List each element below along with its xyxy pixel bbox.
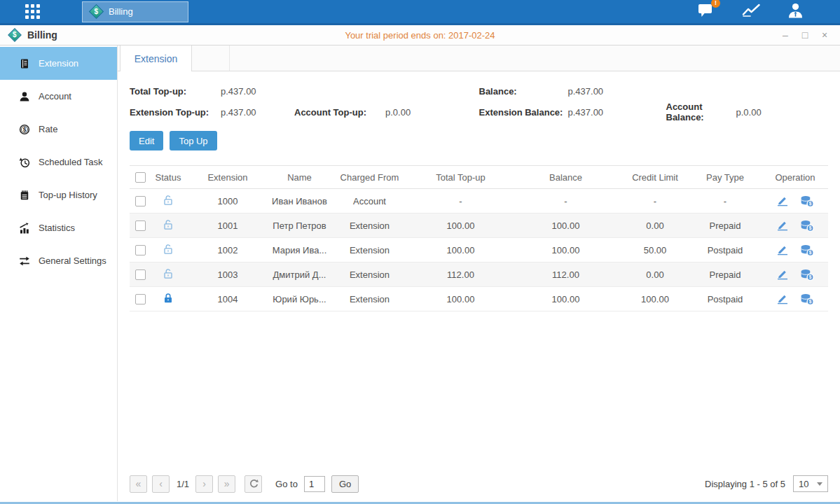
refresh-icon [249, 479, 259, 489]
edit-pencil-icon[interactable] [776, 294, 789, 304]
charged-from-cell: Extension [329, 287, 410, 312]
sidebar: Extension Account $ Rate Scheduled Task [0, 46, 118, 501]
notification-badge: ! [711, 0, 720, 8]
tab-extension[interactable]: Extension [120, 46, 192, 71]
account-balance-label: Account Balance: [666, 102, 736, 122]
close-icon[interactable]: × [819, 29, 830, 41]
pay-type-cell: - [690, 189, 760, 214]
window-titlebar: $ Billing Your trial period ends on: 201… [0, 25, 840, 46]
topup-coins-icon[interactable]: $ [800, 293, 814, 305]
edit-pencil-icon[interactable] [776, 245, 789, 255]
sidebar-item-extension[interactable]: Extension [0, 47, 117, 80]
status-cell [151, 189, 186, 214]
sidebar-item-rate[interactable]: $ Rate [0, 113, 117, 146]
extension-topup-value: p.437.00 [221, 107, 294, 118]
row-checkbox[interactable] [135, 294, 146, 304]
topup-coins-icon[interactable]: $ [800, 244, 814, 256]
table-row: 1002 Мария Ива... Extension 100.00 100.0… [130, 238, 828, 262]
sidebar-item-topup-history[interactable]: Top-up History [0, 178, 117, 211]
svg-text:$: $ [809, 299, 812, 304]
sidebar-item-label: Account [39, 91, 71, 102]
notifications-button[interactable]: ! [698, 3, 715, 20]
total-topup-cell: - [410, 189, 511, 214]
sidebar-item-statistics[interactable]: Statistics [0, 211, 117, 244]
sidebar-item-general-settings[interactable]: General Settings [0, 244, 117, 277]
topup-coins-icon[interactable]: $ [800, 269, 814, 281]
sidebar-item-label: Statistics [39, 223, 75, 233]
minimize-icon[interactable]: – [780, 29, 791, 41]
topup-button[interactable]: Top Up [170, 131, 216, 150]
lock-open-icon [163, 195, 174, 206]
extension-balance-value: p.437.00 [568, 107, 666, 118]
edit-pencil-icon[interactable] [776, 270, 789, 280]
col-balance: Balance [511, 166, 620, 189]
sidebar-item-account[interactable]: Account [0, 80, 117, 113]
goto-page-input[interactable] [304, 476, 325, 492]
lock-open-icon [163, 268, 174, 279]
lock-open-icon [163, 219, 174, 230]
extension-cell: 1004 [186, 287, 270, 312]
svg-text:$: $ [23, 126, 27, 133]
sidebar-item-label: Top-up History [39, 190, 97, 200]
window-billing-icon: $ [8, 28, 22, 42]
col-total-topup: Total Top-up [410, 166, 511, 189]
extensions-table: Status Extension Name Charged From Total… [130, 165, 828, 468]
credit-limit-cell: 100.00 [620, 287, 690, 312]
row-checkbox[interactable] [135, 220, 146, 231]
last-page-button[interactable]: » [218, 475, 235, 493]
name-cell: Дмитрий Д... [270, 262, 329, 287]
sidebar-item-scheduled-task[interactable]: Scheduled Task [0, 146, 117, 178]
taskbar-item-label: Billing [109, 6, 133, 17]
table-header-row: Status Extension Name Charged From Total… [130, 166, 828, 189]
extension-cell: 1000 [186, 189, 270, 214]
table-row: 1003 Дмитрий Д... Extension 112.00 112.0… [130, 262, 828, 287]
statistics-bars-icon [19, 223, 30, 234]
topup-coins-icon[interactable]: $ [800, 220, 814, 232]
pay-type-cell: Postpaid [690, 238, 760, 262]
topup-coins-icon[interactable]: $ [800, 195, 814, 207]
next-page-button[interactable]: › [195, 475, 213, 493]
lock-open-icon [163, 244, 174, 255]
status-cell [151, 238, 186, 262]
status-cell [151, 287, 186, 312]
edit-button[interactable]: Edit [130, 131, 163, 150]
balance-cell: 112.00 [511, 262, 620, 287]
prev-page-button[interactable]: ‹ [152, 475, 170, 493]
balance-cell: 100.00 [511, 287, 620, 312]
extension-cell: 1001 [186, 214, 270, 238]
page-size-select[interactable]: 10 [793, 475, 828, 492]
first-page-button[interactable]: « [130, 475, 147, 493]
person-icon [787, 3, 804, 18]
user-account-button[interactable] [787, 3, 804, 21]
row-checkbox[interactable] [135, 196, 146, 206]
goto-label: Go to [275, 479, 298, 489]
desktop-topbar: $ Billing ! [0, 0, 840, 25]
statistics-topbar-button[interactable] [742, 3, 761, 20]
total-topup-label: Total Top-up: [130, 86, 221, 97]
extension-cell: 1002 [186, 238, 270, 262]
row-checkbox[interactable] [135, 270, 146, 280]
total-topup-cell: 100.00 [410, 287, 511, 312]
notepad-icon [19, 190, 30, 201]
edit-pencil-icon[interactable] [776, 220, 789, 231]
status-cell [151, 214, 186, 238]
billing-app-icon: $ [89, 4, 104, 19]
extension-book-icon [19, 58, 30, 69]
balance-label: Balance: [479, 86, 568, 97]
refresh-button[interactable] [245, 475, 262, 493]
app-grid-icon[interactable] [25, 4, 40, 19]
maximize-icon[interactable]: □ [799, 29, 811, 41]
go-button[interactable]: Go [331, 475, 359, 493]
total-topup-cell: 100.00 [410, 238, 511, 262]
row-checkbox[interactable] [135, 245, 146, 255]
sidebar-item-label: Extension [39, 58, 78, 69]
extension-topup-label: Extension Top-up: [130, 107, 221, 118]
extension-cell: 1003 [186, 262, 270, 287]
charged-from-cell: Extension [329, 214, 410, 238]
extension-balance-label: Extension Balance: [479, 107, 568, 118]
taskbar-item-billing[interactable]: $ Billing [82, 1, 188, 22]
lock-closed-icon [163, 293, 174, 304]
total-topup-value: p.437.00 [221, 86, 256, 97]
edit-pencil-icon[interactable] [776, 196, 789, 206]
select-all-checkbox[interactable] [135, 172, 146, 183]
